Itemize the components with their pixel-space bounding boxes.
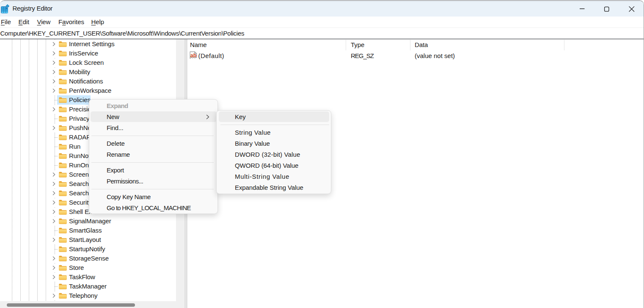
- svg-text:ab: ab: [190, 52, 197, 58]
